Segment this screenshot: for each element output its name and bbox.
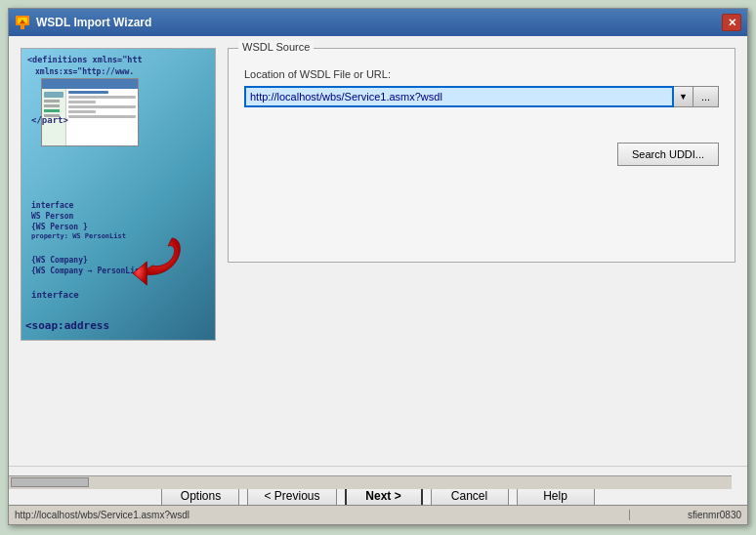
status-user: sfienmr0830 xyxy=(630,510,747,520)
group-legend: WSDL Source xyxy=(238,41,314,53)
right-panel: WSDL Source Location of WSDL File or URL… xyxy=(228,48,735,454)
red-arrow-icon xyxy=(117,223,195,301)
scrollbar-thumb xyxy=(11,477,89,487)
url-field-label: Location of WSDL File or URL: xyxy=(244,68,719,80)
dialog-window: WSDL Import Wizard ✕ xyxy=(8,8,748,525)
soap-address-text: <soap:address xyxy=(25,319,211,332)
browse-button[interactable]: ... xyxy=(693,86,719,107)
search-uddi-button[interactable]: Search UDDI... xyxy=(617,143,719,166)
dialog-content: <definitions xmlns="htt xmlns:xs="http:/… xyxy=(9,36,747,466)
left-panel-preview: <definitions xmlns="htt xmlns:xs="http:/… xyxy=(21,48,216,341)
url-dropdown-button[interactable]: ▼ xyxy=(674,86,693,107)
wsdl-source-group: WSDL Source Location of WSDL File or URL… xyxy=(228,48,735,263)
status-bar: http://localhost/wbs/Service1.asmx?wsdl … xyxy=(9,505,747,524)
wsdl-url-input[interactable] xyxy=(244,86,674,107)
close-button[interactable]: ✕ xyxy=(722,14,741,31)
svg-rect-3 xyxy=(21,25,24,29)
horizontal-scrollbar[interactable] xyxy=(9,475,732,489)
title-bar: WSDL Import Wizard ✕ xyxy=(9,9,747,36)
url-input-row: ▼ ... xyxy=(244,86,719,107)
wizard-icon xyxy=(15,15,30,30)
window-title: WSDL Import Wizard xyxy=(36,16,151,29)
status-url: http://localhost/wbs/Service1.asmx?wsdl xyxy=(9,510,630,520)
svg-marker-4 xyxy=(133,262,147,285)
